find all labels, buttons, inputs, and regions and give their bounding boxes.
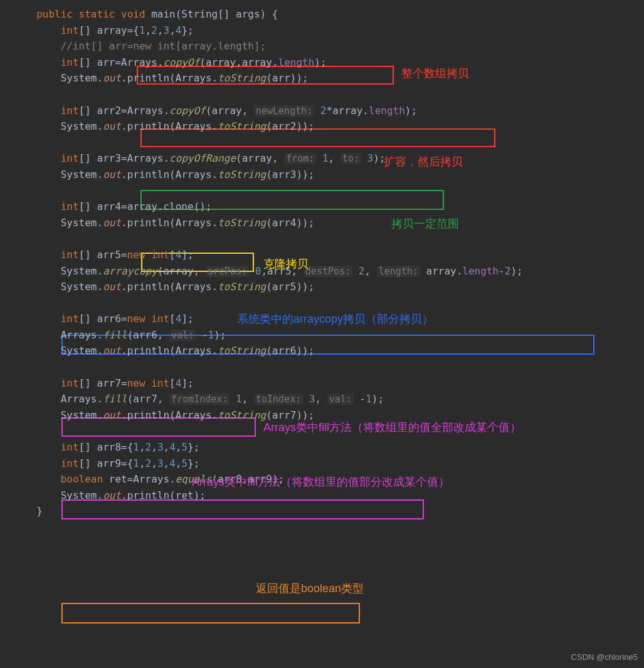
code-text: System. [61, 281, 103, 293]
keyword: int [61, 313, 79, 325]
number: 4 [176, 377, 182, 389]
code-text: (arr6, [127, 329, 169, 341]
punct: , [151, 441, 157, 453]
punct: ]; [181, 377, 193, 389]
code-text: , [329, 152, 340, 164]
code-text: [] arr5= [79, 249, 127, 261]
param-hint: from: [284, 153, 316, 164]
code-text: [] arr3=Arrays. [79, 152, 170, 164]
param-hint: to: [340, 153, 361, 164]
code-text: , [315, 393, 327, 405]
code-text: (arr4)); [266, 217, 314, 229]
method: toString [218, 217, 266, 229]
method: fill [103, 329, 127, 341]
number: 2 [145, 457, 152, 469]
keyword: new int [127, 313, 169, 325]
param-hint: val: [327, 394, 354, 405]
method: copyOf [169, 105, 206, 117]
number: 2 [505, 265, 511, 277]
punct: ]; [181, 313, 193, 325]
highlight-box-orange [61, 603, 360, 624]
number: 1 [133, 457, 139, 469]
number: 3 [157, 457, 164, 469]
number: 4 [176, 313, 182, 325]
keyword: int [61, 441, 79, 453]
keyword: new int [127, 249, 169, 261]
code-text: [] arr4=array.clone(); [79, 201, 212, 212]
code-text: , [242, 393, 254, 405]
code-text: (array, [236, 152, 284, 164]
code-editor: public static void main(String[] args) {… [0, 0, 644, 668]
code-text: System. [61, 265, 103, 277]
code-text: System. [61, 72, 103, 84]
code-text: (arr2)); [266, 120, 314, 132]
code-text: .println(Arrays. [121, 120, 218, 132]
punct: }; [187, 457, 199, 469]
keyword: int [61, 457, 79, 469]
method: toString [218, 409, 266, 421]
method: toString [218, 281, 266, 293]
code-text: System. [61, 217, 103, 229]
method: copyOf [163, 56, 199, 68]
punct: , [139, 441, 145, 453]
number: 3 [309, 393, 315, 405]
method: copyOfRange [169, 152, 236, 164]
code-text: [] arr2=Arrays. [79, 105, 170, 117]
keyword: int [61, 24, 79, 36]
code-text: (array, [157, 265, 206, 277]
method: toString [218, 169, 266, 180]
annotation-2: 扩容，然后拷贝 [384, 153, 463, 171]
code-text: (arr)); [266, 72, 308, 84]
method: arraycopy [103, 265, 157, 277]
static-field: out [103, 217, 121, 229]
field: length [462, 265, 499, 277]
punct: , [164, 441, 170, 453]
keyword: int [61, 201, 79, 212]
keyword: int [61, 105, 79, 117]
static-field: out [103, 489, 121, 501]
number: 1 [366, 393, 372, 405]
punct: ); [510, 265, 522, 277]
keyword: int [61, 56, 79, 68]
number: 1 [236, 393, 242, 405]
annotation-3: 拷贝一定范围 [391, 215, 459, 233]
code-text: .println(Arrays. [121, 72, 218, 84]
method: toString [218, 120, 266, 132]
punct: , [151, 457, 157, 469]
number: 2 [151, 24, 157, 36]
annotation-6: Arrays类中fill方法（将数组里的值全部改成某个值） [263, 419, 521, 437]
number: 4 [169, 441, 176, 453]
code-text: Arrays. [61, 393, 103, 405]
code-text: System. [61, 169, 103, 180]
code-text: , [364, 265, 376, 277]
punct: , [139, 457, 145, 469]
punct: , [176, 441, 182, 453]
param-hint: destPos: [304, 266, 352, 277]
punct: ); [372, 393, 384, 405]
punct: ); [314, 56, 326, 68]
code-text: (arr7, [127, 393, 169, 405]
code-text: [] array={ [79, 24, 139, 36]
code-text: .println(Arrays. [121, 217, 218, 229]
param-hint: newLength: [254, 105, 314, 117]
code-text: [] arr9={ [79, 457, 134, 469]
field: length [278, 56, 315, 68]
number: 1 [133, 441, 139, 453]
static-field: out [103, 169, 121, 180]
static-field: out [103, 409, 121, 421]
code-text: (arr3)); [266, 169, 314, 180]
param-hint: srcPos: [206, 266, 249, 277]
keyword: int [61, 152, 79, 164]
param-hint: fromIndex: [169, 394, 230, 405]
code-text: [] arr7= [79, 377, 127, 389]
code-text: - [354, 393, 366, 405]
keyword: int [61, 377, 79, 389]
punct: , [145, 24, 152, 36]
keyword: boolean [61, 473, 103, 485]
code-text: System. [61, 345, 103, 357]
number: 3 [164, 24, 170, 36]
number: 1 [322, 152, 329, 164]
keyword: int [61, 249, 79, 261]
method: toString [218, 345, 266, 357]
param-hint: val: [169, 330, 196, 341]
